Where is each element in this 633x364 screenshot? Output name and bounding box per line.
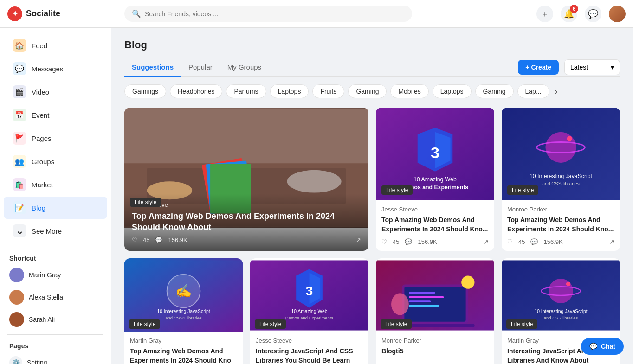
heart-icon-2: ♡ <box>381 238 387 245</box>
chip-headphones[interactable]: Headphones <box>170 84 222 98</box>
seemore-icon: ⌄ <box>13 224 26 237</box>
latest-label: Latest <box>570 64 588 71</box>
logo-text: Socialite <box>26 9 60 19</box>
chip-mobiles[interactable]: Mobiles <box>390 84 428 98</box>
sidebar-label-market: Market <box>32 181 53 189</box>
sidebar-label-event: Event <box>32 111 49 119</box>
chip-gaming[interactable]: Gaming <box>348 84 387 98</box>
notifications-button[interactable]: 🔔 6 <box>561 6 577 22</box>
svg-text:✍: ✍ <box>175 283 192 299</box>
shortcut-alexa[interactable]: Alexa Stella <box>0 286 111 308</box>
sidebar-item-blog[interactable]: 📝 Blog <box>4 197 107 219</box>
chip-gamings[interactable]: Gamings <box>124 84 166 98</box>
tab-mygroups[interactable]: My Groups <box>220 58 269 77</box>
row2-card2-tag: Life style <box>255 319 286 329</box>
svg-point-41 <box>461 276 474 289</box>
featured-card[interactable]: Jesse Steeve Top Amazing Web Demos And E… <box>124 108 368 251</box>
sidebar-item-event[interactable]: 📅 Event <box>4 104 107 126</box>
sidebar-label-seemore: See More <box>32 227 62 235</box>
card3-likes: 45 <box>518 238 525 245</box>
chip-fruits[interactable]: Fruits <box>312 84 344 98</box>
tab-suggestions[interactable]: Suggestions <box>124 58 181 77</box>
sidebar-item-pages[interactable]: 🚩 Pages <box>4 127 107 149</box>
card3-actions: ♡ 45 💬 156.9K ↗ <box>507 238 614 245</box>
sidebar-item-groups[interactable]: 👥 Groups <box>4 150 107 172</box>
sidebar-label-feed: Feed <box>32 42 47 50</box>
svg-text:✦: ✦ <box>12 10 19 18</box>
search-input[interactable] <box>145 10 405 18</box>
tab-popular[interactable]: Popular <box>181 58 220 77</box>
blog-card-3[interactable]: 10 Interesting JavaScript and CSS librar… <box>502 108 620 251</box>
svg-text:and CSS1 libraries: and CSS1 libraries <box>165 315 202 320</box>
sidebar-item-market[interactable]: 🛍️ Market <box>4 173 107 196</box>
tabs-row: Suggestions Popular My Groups + Create L… <box>124 58 620 77</box>
sidebar-label-groups: Groups <box>32 158 54 166</box>
chips-row: Gamings Headphones Parfums Laptops Fruit… <box>124 84 620 98</box>
row2-card2-title: Interesting JavaScript And CSS Libraries… <box>256 347 363 364</box>
blog-card-2[interactable]: 3 10 Amazing Web Demos and Experiments L… <box>376 108 494 251</box>
chip-gaming2[interactable]: Gaming <box>475 84 514 98</box>
card2-actions: ♡ 45 💬 156.9K ↗ <box>381 238 489 245</box>
sidebar-item-messages[interactable]: 💬 Messages <box>4 57 107 80</box>
svg-text:10 Amazing Web: 10 Amazing Web <box>291 309 327 314</box>
sidebar-item-seemore[interactable]: ⌄ See More <box>4 220 107 242</box>
add-button[interactable]: ＋ <box>536 6 553 22</box>
featured-likes: 45 <box>143 236 149 243</box>
card2-author: Jesse Steeve <box>381 206 489 213</box>
row2-card-1[interactable]: ✍ 10 Interesting JavaScript and CSS1 lib… <box>124 258 243 364</box>
row2-card1-body: Martin Gray Top Amazing Web Demos And Ex… <box>124 332 243 364</box>
setting-item[interactable]: ⚙️ Setting <box>0 351 111 364</box>
chip-more[interactable]: Lap... <box>517 84 549 98</box>
sidebar-label-messages: Messages <box>32 65 63 73</box>
blog-grid: Jesse Steeve Top Amazing Web Demos And E… <box>124 108 620 364</box>
comment-icon-3: 💬 <box>530 238 538 245</box>
sidebar-item-feed[interactable]: 🏠 Feed <box>4 34 107 57</box>
share-icon-2: ↗ <box>484 238 489 245</box>
setting-icon: ⚙️ <box>9 356 22 364</box>
latest-select[interactable]: Latest ▾ <box>564 59 620 75</box>
share-icon: ↗ <box>356 236 361 243</box>
layout: 🏠 Feed 💬 Messages 🎬 Video 📅 Event 🚩 Page… <box>0 28 633 364</box>
row2-card1-tag: Life style <box>129 319 160 329</box>
row2-card-3[interactable]: Life style Monroe Parker Blogti5 <box>376 258 494 364</box>
header: ✦ Socialite 🔍 ＋ 🔔 6 💬 <box>0 0 633 28</box>
svg-rect-36 <box>409 292 435 294</box>
groups-icon: 👥 <box>13 155 26 168</box>
card2-likes: 45 <box>393 238 399 245</box>
row2-card-2[interactable]: 3 10 Amazing Web Demos and Experiments L… <box>250 258 368 364</box>
chevron-down-icon: ▾ <box>611 64 614 71</box>
chip-laptops2[interactable]: Laptops <box>433 84 472 98</box>
avatar[interactable] <box>609 6 626 22</box>
chips-next-button[interactable]: › <box>553 85 560 98</box>
card2-tag: Life style <box>381 185 413 195</box>
featured-title: Top Amazing Web Demos And Experiments In… <box>132 211 361 233</box>
chip-parfums[interactable]: Parfums <box>226 84 266 98</box>
card3-title: Top Amazing Web Demos And Experiments In… <box>507 216 614 234</box>
chat-button[interactable]: 💬 Chat <box>581 338 624 355</box>
create-button[interactable]: + Create <box>518 60 559 75</box>
svg-text:10 Interesting JavaScript: 10 Interesting JavaScript <box>157 309 210 314</box>
chip-laptops1[interactable]: Laptops <box>270 84 309 98</box>
share-icon-3: ↗ <box>609 238 614 245</box>
svg-rect-38 <box>409 301 431 303</box>
shortcut-marin[interactable]: Marin Gray <box>0 264 111 286</box>
card3-author: Monroe Parker <box>507 206 614 213</box>
search-bar[interactable]: 🔍 <box>124 6 412 22</box>
shortcut-sarah[interactable]: Sarah Ali <box>0 308 111 331</box>
heart-icon: ♡ <box>132 236 137 243</box>
messages-button[interactable]: 💬 <box>585 6 601 22</box>
card2-body: Jesse Steeve Top Amazing Web Demos And E… <box>376 200 494 251</box>
header-actions: ＋ 🔔 6 💬 <box>536 6 626 22</box>
row2-card1-title: Top Amazing Web Demos And Experiments In… <box>130 347 237 364</box>
sidebar-item-video[interactable]: 🎬 Video <box>4 81 107 103</box>
svg-text:10 Interesting JavaScript: 10 Interesting JavaScript <box>534 309 587 314</box>
svg-point-19 <box>567 136 572 141</box>
shortcut-label: Shortcut <box>0 251 111 264</box>
blog-icon: 📝 <box>13 201 26 214</box>
row2-card3-body: Monroe Parker Blogti5 <box>376 332 494 364</box>
row2-card3-tag: Life style <box>381 319 412 329</box>
sidebar-label-blog: Blog <box>32 204 45 212</box>
svg-text:and CSS libraries: and CSS libraries <box>544 315 578 320</box>
svg-text:3: 3 <box>431 144 439 161</box>
featured-comments: 156.9K <box>168 236 187 243</box>
